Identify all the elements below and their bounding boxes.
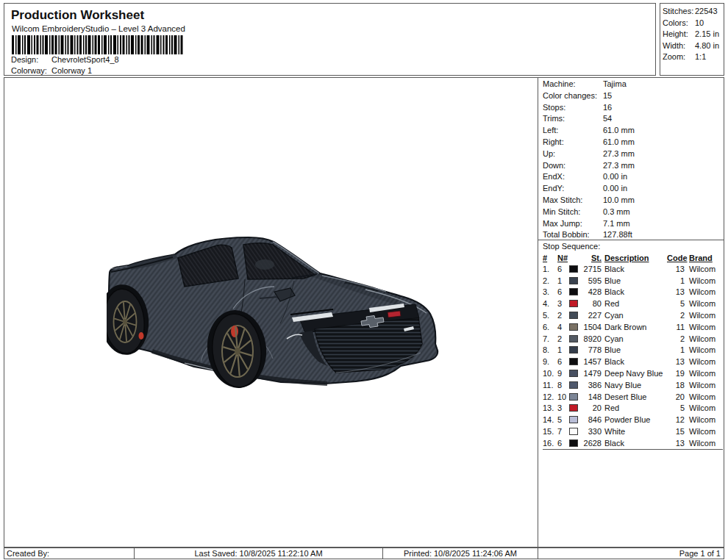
thread-description: Black [604, 265, 667, 273]
summary-stats-box: Stitches: 22543 Colors: 10 Height: 2.15 … [660, 3, 724, 76]
machine-info-label: Stops: [543, 102, 603, 114]
thread-code: 1 [667, 276, 685, 285]
stop-sequence-header: # N# St. Description Code Brand [543, 252, 723, 263]
col-st: St. [579, 254, 602, 262]
thread-code: 18 [667, 381, 685, 390]
thread-description: Dark Brown [604, 323, 667, 331]
summary-row: Width: 4.80 in [663, 40, 724, 52]
thread-brand: Wilcom [689, 357, 723, 366]
barcode-icon [10, 35, 185, 54]
stop-sequence-row: 11. 8 386 Navy Blue 18 Wilcom [543, 379, 723, 391]
needle-number: 7 [557, 427, 569, 436]
stop-sequence-row: 4. 3 80 Red 5 Wilcom [543, 298, 723, 309]
thread-description: Navy Blue [604, 381, 667, 390]
machine-info-label: EndX: [543, 171, 603, 183]
machine-info-label: Right: [543, 137, 603, 148]
colorway-row: Colorway: Colorway 1 [11, 66, 92, 75]
machine-info-row: Max Stitch: 10.0 mm [543, 195, 723, 207]
thread-brand: Wilcom [689, 415, 723, 424]
thread-brand: Wilcom [689, 334, 723, 343]
table-end-rule [543, 449, 723, 450]
machine-info-section: Machine: Tajima Color changes: 15 Stops:… [538, 78, 724, 240]
stop-sequence-table: # N# St. Description Code Brand 1. 6 [538, 252, 724, 450]
thread-description: Deep Navy Blue [604, 369, 667, 378]
machine-info-value: 16 [603, 102, 612, 114]
needle-number: 2 [557, 334, 569, 343]
machine-info-value: 0.00 in [603, 183, 627, 195]
main-content-box: Machine: Tajima Color changes: 15 Stops:… [4, 77, 724, 548]
thread-color-swatch [569, 358, 578, 365]
machine-info-row: Total Bobbin: 127.88ft [543, 229, 723, 241]
thread-code: 13 [667, 287, 685, 296]
summary-value: 10 [695, 18, 704, 29]
row-number: 1. [543, 265, 557, 273]
summary-label: Stitches: [663, 6, 695, 18]
thread-brand: Wilcom [689, 265, 723, 273]
thread-code: 11 [667, 323, 685, 331]
thread-description: Powder Blue [604, 415, 667, 424]
header-box: Production Worksheet Wilcom EmbroiderySt… [4, 3, 656, 76]
machine-info-label: EndY: [543, 183, 603, 195]
stitch-count: 20 [579, 403, 602, 412]
col-description: Description [604, 254, 667, 262]
thread-color-swatch [569, 265, 578, 273]
machine-info-value: 54 [603, 113, 612, 125]
thread-color-swatch [569, 381, 578, 389]
thread-brand: Wilcom [689, 276, 723, 285]
thread-code: 2 [667, 334, 685, 343]
row-number: 12. [543, 392, 557, 401]
stitch-count: 1457 [579, 357, 602, 366]
stitch-count: 595 [579, 276, 602, 285]
machine-info-value: 0.00 in [603, 171, 627, 183]
thread-description: Blue [604, 276, 667, 285]
row-number: 15. [543, 427, 557, 436]
stop-sequence-row: 1. 6 2715 Black 13 Wilcom [543, 263, 723, 275]
summary-value: 22543 [695, 6, 718, 18]
thread-description: White [604, 427, 667, 436]
machine-info-row: Left: 61.0 mm [543, 125, 723, 137]
thread-brand: Wilcom [689, 403, 723, 412]
app-subtitle: Wilcom EmbroideryStudio – Level 3 Advanc… [12, 24, 185, 33]
thread-brand: Wilcom [689, 311, 723, 320]
footer-last-saved: Last Saved: 10/8/2025 11:22:10 AM [134, 548, 383, 559]
row-number: 7. [543, 334, 557, 343]
stop-sequence-row: 13. 3 20 Red 5 Wilcom [543, 403, 723, 414]
stitch-count: 8920 [579, 334, 602, 343]
thread-brand: Wilcom [689, 381, 723, 390]
machine-info-row: EndY: 0.00 in [543, 183, 723, 195]
thread-description: Blue [604, 345, 667, 354]
machine-info-value: Tajima [603, 79, 627, 90]
stitch-count: 227 [579, 311, 602, 320]
row-number: 6. [543, 323, 557, 331]
machine-info-row: Trims: 54 [543, 113, 723, 125]
front-hub [235, 348, 240, 355]
needle-number: 1 [557, 345, 569, 354]
thread-color-swatch [569, 428, 578, 435]
machine-info-value: 27.3 mm [603, 160, 635, 172]
thread-description: Black [604, 287, 667, 296]
thread-color-swatch [569, 300, 578, 307]
stitch-count: 778 [579, 345, 602, 354]
machine-info-label: Color changes: [543, 90, 603, 102]
colorway-value: Colorway 1 [51, 66, 92, 75]
needle-number: 6 [557, 287, 569, 296]
thread-brand: Wilcom [689, 299, 723, 308]
needle-number: 2 [557, 311, 569, 320]
machine-info-label: Down: [543, 160, 603, 172]
stop-sequence-label: Stop Sequence: [538, 240, 724, 252]
stitch-count: 428 [579, 287, 602, 296]
thread-description: Cyan [604, 334, 667, 343]
summary-row: Height: 2.15 in [663, 29, 724, 40]
machine-info-label: Trims: [543, 113, 603, 125]
row-number: 5. [543, 311, 557, 320]
machine-info-row: Color changes: 15 [543, 90, 723, 102]
design-preview [107, 235, 439, 388]
needle-number: 6 [557, 357, 569, 366]
row-number: 4. [543, 299, 557, 308]
thread-color-swatch [569, 404, 578, 412]
summary-value: 4.80 in [695, 40, 719, 52]
machine-info-value: 0.3 mm [603, 207, 630, 218]
row-number: 14. [543, 415, 557, 424]
machine-info-label: Left: [543, 125, 603, 137]
thread-code: 20 [667, 392, 685, 401]
